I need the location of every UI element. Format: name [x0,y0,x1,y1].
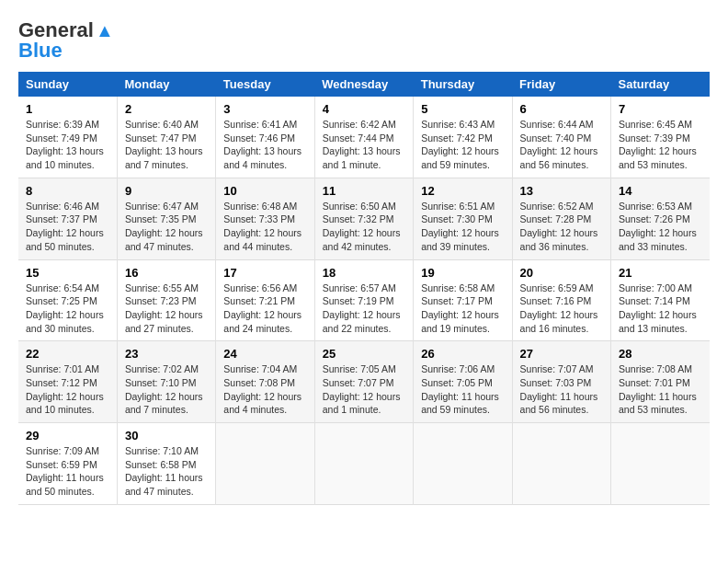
header-monday: Monday [117,72,215,97]
calendar-cell: 26Sunrise: 7:06 AMSunset: 7:05 PMDayligh… [414,341,512,423]
calendar-cell: 2Sunrise: 6:40 AMSunset: 7:47 PMDaylight… [117,97,215,178]
day-number: 21 [619,266,702,280]
calendar-cell: 28Sunrise: 7:08 AMSunset: 7:01 PMDayligh… [611,341,710,423]
day-info: Sunrise: 6:39 AMSunset: 7:49 PMDaylight:… [26,118,109,172]
day-info: Sunrise: 6:54 AMSunset: 7:25 PMDaylight:… [26,282,109,336]
day-number: 11 [323,184,405,198]
calendar-cell: 25Sunrise: 7:05 AMSunset: 7:07 PMDayligh… [314,341,413,423]
day-info: Sunrise: 6:44 AMSunset: 7:40 PMDaylight:… [520,118,603,172]
day-info: Sunrise: 6:43 AMSunset: 7:42 PMDaylight:… [421,118,504,172]
calendar-cell: 6Sunrise: 6:44 AMSunset: 7:40 PMDaylight… [512,97,610,178]
day-info: Sunrise: 7:02 AMSunset: 7:10 PMDaylight:… [125,362,208,417]
calendar-cell: 11Sunrise: 6:50 AMSunset: 7:32 PMDayligh… [314,178,413,259]
day-info: Sunrise: 6:45 AMSunset: 7:39 PMDaylight:… [619,118,702,172]
calendar-cell [216,423,314,505]
day-info: Sunrise: 6:47 AMSunset: 7:35 PMDaylight:… [125,200,208,254]
header-saturday: Saturday [611,72,710,97]
week-row-1: 1Sunrise: 6:39 AMSunset: 7:49 PMDaylight… [18,97,710,178]
calendar-cell: 27Sunrise: 7:07 AMSunset: 7:03 PMDayligh… [512,341,610,423]
day-info: Sunrise: 6:56 AMSunset: 7:21 PMDaylight:… [223,282,306,336]
day-info: Sunrise: 6:58 AMSunset: 7:17 PMDaylight:… [421,282,504,336]
day-number: 27 [520,347,603,361]
day-info: Sunrise: 7:07 AMSunset: 7:03 PMDaylight:… [520,362,603,417]
week-row-4: 22Sunrise: 7:01 AMSunset: 7:12 PMDayligh… [18,341,710,423]
day-number: 20 [520,266,603,280]
day-info: Sunrise: 6:48 AMSunset: 7:33 PMDaylight:… [223,200,306,254]
logo-bird-icon: ▲ [96,20,114,41]
day-info: Sunrise: 7:09 AMSunset: 6:59 PMDaylight:… [26,444,109,499]
calendar-cell: 10Sunrise: 6:48 AMSunset: 7:33 PMDayligh… [216,178,314,259]
calendar-cell: 30Sunrise: 7:10 AMSunset: 6:58 PMDayligh… [117,423,215,505]
calendar-cell: 13Sunrise: 6:52 AMSunset: 7:28 PMDayligh… [512,178,610,259]
day-info: Sunrise: 6:57 AMSunset: 7:19 PMDaylight:… [323,282,405,336]
calendar-cell: 19Sunrise: 6:58 AMSunset: 7:17 PMDayligh… [414,259,512,341]
day-number: 14 [619,184,702,198]
calendar-cell: 12Sunrise: 6:51 AMSunset: 7:30 PMDayligh… [414,178,512,259]
calendar-cell: 1Sunrise: 6:39 AMSunset: 7:49 PMDaylight… [18,97,117,178]
day-number: 22 [26,347,109,361]
day-number: 9 [125,184,208,198]
calendar-cell: 7Sunrise: 6:45 AMSunset: 7:39 PMDaylight… [611,97,710,178]
day-info: Sunrise: 6:59 AMSunset: 7:16 PMDaylight:… [520,282,603,336]
day-info: Sunrise: 6:51 AMSunset: 7:30 PMDaylight:… [421,200,504,254]
day-number: 25 [323,347,405,361]
day-number: 12 [421,184,504,198]
day-number: 16 [125,266,208,280]
day-number: 4 [323,102,405,116]
day-info: Sunrise: 6:40 AMSunset: 7:47 PMDaylight:… [125,118,208,172]
calendar-cell: 22Sunrise: 7:01 AMSunset: 7:12 PMDayligh… [18,341,117,423]
day-info: Sunrise: 6:42 AMSunset: 7:44 PMDaylight:… [323,118,405,172]
day-info: Sunrise: 7:08 AMSunset: 7:01 PMDaylight:… [619,362,702,417]
day-info: Sunrise: 6:46 AMSunset: 7:37 PMDaylight:… [26,200,109,254]
calendar-cell: 3Sunrise: 6:41 AMSunset: 7:46 PMDaylight… [216,97,314,178]
day-number: 13 [520,184,603,198]
calendar-cell: 23Sunrise: 7:02 AMSunset: 7:10 PMDayligh… [117,341,215,423]
day-number: 6 [520,102,603,116]
calendar-cell: 24Sunrise: 7:04 AMSunset: 7:08 PMDayligh… [216,341,314,423]
calendar-cell: 4Sunrise: 6:42 AMSunset: 7:44 PMDaylight… [314,97,413,178]
week-row-3: 15Sunrise: 6:54 AMSunset: 7:25 PMDayligh… [18,259,710,341]
header-sunday: Sunday [18,72,117,97]
day-number: 26 [421,347,504,361]
day-number: 23 [125,347,208,361]
day-info: Sunrise: 7:00 AMSunset: 7:14 PMDaylight:… [619,282,702,336]
day-number: 24 [223,347,306,361]
calendar-cell: 18Sunrise: 6:57 AMSunset: 7:19 PMDayligh… [314,259,413,341]
day-info: Sunrise: 6:55 AMSunset: 7:23 PMDaylight:… [125,282,208,336]
header-tuesday: Tuesday [216,72,314,97]
day-number: 29 [26,429,109,442]
day-number: 10 [223,184,306,198]
day-number: 28 [619,347,702,361]
calendar-cell: 15Sunrise: 6:54 AMSunset: 7:25 PMDayligh… [18,259,117,341]
header-friday: Friday [512,72,610,97]
day-number: 3 [223,102,306,116]
week-row-2: 8Sunrise: 6:46 AMSunset: 7:37 PMDaylight… [18,178,710,259]
day-number: 18 [323,266,405,280]
calendar-cell [414,423,512,505]
calendar-cell: 20Sunrise: 6:59 AMSunset: 7:16 PMDayligh… [512,259,610,341]
day-info: Sunrise: 7:06 AMSunset: 7:05 PMDaylight:… [421,362,504,417]
day-number: 15 [26,266,109,280]
day-info: Sunrise: 7:01 AMSunset: 7:12 PMDaylight:… [26,362,109,417]
calendar-cell: 14Sunrise: 6:53 AMSunset: 7:26 PMDayligh… [611,178,710,259]
calendar-cell: 21Sunrise: 7:00 AMSunset: 7:14 PMDayligh… [611,259,710,341]
day-info: Sunrise: 7:10 AMSunset: 6:58 PMDaylight:… [125,444,208,499]
calendar-table: SundayMondayTuesdayWednesdayThursdayFrid… [18,72,710,505]
day-info: Sunrise: 7:04 AMSunset: 7:08 PMDaylight:… [223,362,306,417]
day-number: 17 [223,266,306,280]
calendar-cell: 8Sunrise: 6:46 AMSunset: 7:37 PMDaylight… [18,178,117,259]
day-number: 8 [26,184,109,198]
calendar-cell: 16Sunrise: 6:55 AMSunset: 7:23 PMDayligh… [117,259,215,341]
calendar-cell: 17Sunrise: 6:56 AMSunset: 7:21 PMDayligh… [216,259,314,341]
day-info: Sunrise: 7:05 AMSunset: 7:07 PMDaylight:… [323,362,405,417]
day-info: Sunrise: 6:52 AMSunset: 7:28 PMDaylight:… [520,200,603,254]
calendar-cell: 5Sunrise: 6:43 AMSunset: 7:42 PMDaylight… [414,97,512,178]
day-number: 2 [125,102,208,116]
header-thursday: Thursday [414,72,512,97]
day-info: Sunrise: 6:50 AMSunset: 7:32 PMDaylight:… [323,200,405,254]
day-number: 19 [421,266,504,280]
day-info: Sunrise: 6:53 AMSunset: 7:26 PMDaylight:… [619,200,702,254]
calendar-cell [512,423,610,505]
calendar-cell [611,423,710,505]
header: General ▲ Blue [18,18,710,63]
